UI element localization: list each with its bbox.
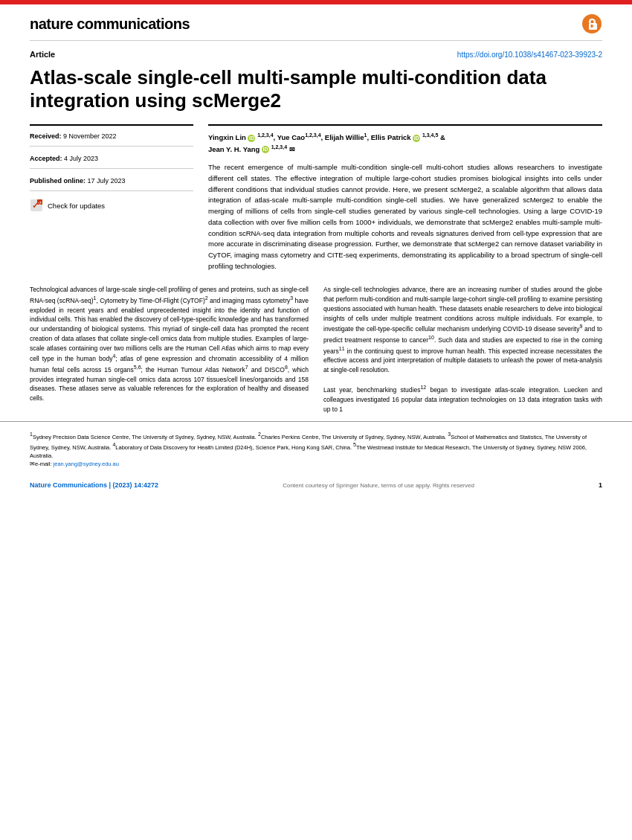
check-updates-icon: ✓ ↺	[30, 199, 43, 212]
paper-title: Atlas-scale single-cell multi-sample mul…	[30, 66, 602, 112]
footer-journal: Nature Communications | (2023) 14:4272	[30, 481, 158, 489]
journal-name: nature communications	[30, 16, 190, 33]
email-link[interactable]: jean.yang@sydney.edu.au	[54, 461, 119, 467]
received-meta: Received: 9 November 2022	[30, 132, 193, 147]
authors-line: Yingxin Lin ID 1,2,3,4, Yue Cao1,2,3,4, …	[208, 132, 602, 155]
footer-center: Content courtesy of Springer Nature, ter…	[283, 482, 474, 489]
check-updates-item[interactable]: ✓ ↺ Check for updates	[30, 199, 193, 218]
footnotes-section: 1Sydney Precision Data Science Centre, T…	[0, 421, 632, 468]
footer-page: 1	[599, 481, 602, 489]
header-divider	[30, 40, 602, 41]
published-value: 17 July 2023	[88, 177, 126, 185]
accepted-label: Accepted:	[30, 155, 62, 162]
left-metadata-col: Received: 9 November 2022 Accepted: 4 Ju…	[30, 124, 193, 272]
footnote-affiliations: 1Sydney Precision Data Science Centre, T…	[30, 431, 602, 460]
check-updates-text: Check for updates	[48, 202, 105, 210]
article-label-row: Article https://doi.org/10.1038/s41467-0…	[0, 47, 632, 62]
svg-text:↺: ↺	[38, 201, 42, 205]
title-section: Atlas-scale single-cell multi-sample mul…	[0, 62, 632, 124]
footnote-email: ✉e-mail: jean.yang@sydney.edu.au	[30, 460, 602, 468]
body-right-text-2: Last year, benchmarking studies12 began …	[323, 384, 602, 414]
main-content: Received: 9 November 2022 Accepted: 4 Ju…	[0, 124, 632, 272]
orcid-icon-2: ID	[413, 135, 420, 142]
accepted-value: 4 July 2023	[64, 155, 98, 162]
email-icon: ✉	[289, 145, 295, 156]
body-left-col: Technological advances of large-scale si…	[30, 285, 309, 414]
body-left-text: Technological advances of large-scale si…	[30, 285, 309, 403]
doi-link[interactable]: https://doi.org/10.1038/s41467-023-39923…	[457, 51, 602, 59]
footer-bar: Nature Communications | (2023) 14:4272 C…	[0, 475, 632, 495]
body-section: Technological advances of large-scale si…	[0, 272, 632, 414]
abstract-text: The recent emergence of multi-sample mul…	[208, 162, 602, 272]
received-value: 9 November 2022	[63, 132, 117, 140]
accepted-meta: Accepted: 4 July 2023	[30, 154, 193, 169]
right-abstract-col: Yingxin Lin ID 1,2,3,4, Yue Cao1,2,3,4, …	[208, 124, 602, 272]
header: nature communications	[0, 4, 632, 34]
orcid-icon-3: ID	[262, 146, 269, 153]
open-access-icon	[581, 13, 602, 34]
article-label: Article	[30, 50, 55, 59]
body-right-text-1: As single-cell technologies advance, the…	[323, 285, 602, 374]
orcid-icon-1: ID	[248, 135, 255, 142]
published-label: Published online:	[30, 177, 86, 185]
body-right-col: As single-cell technologies advance, the…	[323, 285, 602, 414]
received-label: Received:	[30, 132, 62, 140]
published-meta: Published online: 17 July 2023	[30, 176, 193, 191]
svg-rect-2	[591, 25, 593, 28]
